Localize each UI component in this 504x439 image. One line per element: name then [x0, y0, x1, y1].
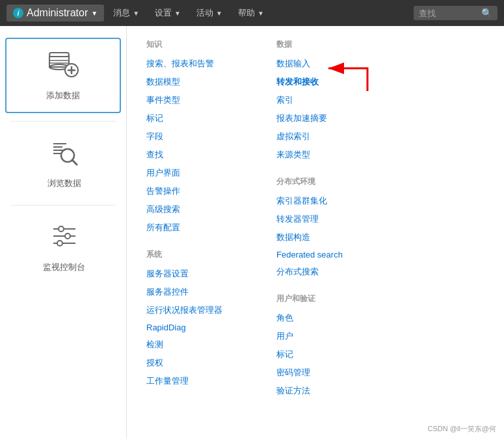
admin-chevron-icon: ▼: [91, 10, 98, 17]
menu-link-indexes[interactable]: 索引: [276, 94, 367, 106]
menu-link-federated-search[interactable]: Federated search: [276, 250, 367, 259]
search-icon: 🔍: [481, 8, 492, 18]
sidebar-separator-2: [10, 205, 116, 206]
main-content: 添加数据 浏览数据: [0, 26, 504, 439]
watermark: CSDN @ll一笑东@何: [428, 424, 496, 434]
sidebar-item-browse-data[interactable]: 浏览数据: [0, 124, 126, 202]
menu-section-distributed: 分布式环境 索引器群集化 转发器管理 数据构造 Federated search…: [276, 176, 367, 278]
data-title: 数据: [276, 39, 367, 50]
menu-link-ui[interactable]: 用户界面: [146, 167, 237, 179]
menu-link-server-controls[interactable]: 服务器控件: [146, 286, 237, 298]
messages-chevron-icon: ▼: [133, 10, 139, 17]
menu-link-tokens[interactable]: 标记: [276, 349, 367, 360]
menu-link-source-types[interactable]: 来源类型: [276, 149, 367, 161]
menu-link-alert-actions[interactable]: 告警操作: [146, 185, 237, 197]
nav-messages[interactable]: 消息 ▼: [107, 5, 146, 21]
system-title: 系统: [146, 249, 237, 260]
menu-link-password-management[interactable]: 密码管理: [276, 367, 367, 379]
menu-link-instrumentation[interactable]: 检测: [146, 339, 237, 351]
menu-link-event-types[interactable]: 事件类型: [146, 94, 237, 106]
activity-label: 活动: [196, 7, 213, 19]
nav-settings[interactable]: 设置 ▼: [148, 5, 187, 21]
menu-link-advanced-search[interactable]: 高级搜索: [146, 204, 237, 215]
activity-chevron-icon: ▼: [216, 10, 222, 17]
settings-chevron-icon: ▼: [174, 10, 181, 17]
menu-link-data-input[interactable]: 数据输入: [276, 58, 367, 70]
menu-link-virtual-indexes[interactable]: 虚拟索引: [276, 131, 367, 142]
svg-point-15: [59, 226, 64, 232]
menu-link-indexer-clustering[interactable]: 索引器群集化: [276, 195, 367, 207]
sidebar-separator-1: [10, 121, 116, 122]
menu-link-data-models[interactable]: 数据模型: [146, 76, 237, 88]
menu-link-roles[interactable]: 角色: [276, 312, 367, 324]
knowledge-title: 知识: [146, 39, 237, 50]
menu-link-lookup[interactable]: 查找: [146, 149, 237, 161]
menu-link-licensing[interactable]: 授权: [146, 357, 237, 369]
svg-line-13: [72, 160, 77, 165]
menu-column-left: 知识 搜索、报表和告警 数据模型 事件类型 标记 字段 查找 用户界面 告警操作…: [146, 39, 237, 426]
sidebar-item-monitor[interactable]: 监视控制台: [0, 208, 126, 286]
dropdown-menu: 知识 搜索、报表和告警 数据模型 事件类型 标记 字段 查找 用户界面 告警操作…: [127, 26, 504, 439]
menu-section-knowledge: 知识 搜索、报表和告警 数据模型 事件类型 标记 字段 查找 用户界面 告警操作…: [146, 39, 237, 233]
menu-link-fields[interactable]: 字段: [146, 131, 237, 142]
monitor-icon: [48, 221, 81, 256]
browse-data-icon: [48, 137, 81, 172]
menu-section-data: 数据 数据输入 转发和接收 索引 报表加速摘要 虚拟索引 来源类型: [276, 39, 367, 161]
search-box[interactable]: 🔍: [414, 6, 497, 20]
admin-label: Administrator: [27, 7, 88, 19]
menu-link-forwarding[interactable]: 转发和接收: [276, 76, 367, 88]
menu-link-all-config[interactable]: 所有配置: [146, 222, 237, 233]
add-data-label: 添加数据: [46, 90, 80, 101]
monitor-label: 监视控制台: [43, 261, 85, 273]
menu-link-forwarder-management[interactable]: 转发器管理: [276, 213, 367, 225]
distributed-title: 分布式环境: [276, 176, 367, 187]
menu-link-search-reports[interactable]: 搜索、报表和告警: [146, 58, 237, 70]
sidebar: 添加数据 浏览数据: [0, 26, 127, 439]
menu-section-system: 系统 服务器设置 服务器控件 运行状况报表管理器 RapidDiag 检测 授权…: [146, 249, 237, 387]
search-input[interactable]: [419, 8, 477, 18]
nav-activity[interactable]: 活动 ▼: [190, 5, 229, 21]
menu-link-rapid-diag[interactable]: RapidDiag: [146, 323, 237, 332]
messages-label: 消息: [113, 7, 130, 19]
settings-label: 设置: [155, 7, 172, 19]
svg-point-17: [65, 233, 70, 239]
sidebar-item-add-data[interactable]: 添加数据: [5, 38, 121, 113]
help-chevron-icon: ▼: [258, 10, 264, 17]
menu-column-right: 数据 数据输入 转发和接收 索引 报表加速摘要 虚拟索引 来源类型 分布式环境 …: [276, 39, 367, 426]
nav-help[interactable]: 帮助 ▼: [232, 5, 271, 21]
menu-link-distributed-search[interactable]: 分布式搜索: [276, 266, 367, 278]
menu-link-report-acceleration[interactable]: 报表加速摘要: [276, 113, 367, 124]
info-icon: i: [13, 8, 23, 18]
menu-link-users[interactable]: 用户: [276, 330, 367, 342]
browse-data-label: 浏览数据: [47, 178, 81, 189]
user-auth-title: 用户和验证: [276, 293, 367, 304]
svg-point-19: [57, 241, 62, 246]
add-data-icon: [47, 49, 79, 85]
menu-link-tags[interactable]: 标记: [146, 113, 237, 124]
menu-section-user-auth: 用户和验证 角色 用户 标记 密码管理 验证方法: [276, 293, 367, 397]
admin-menu[interactable]: i Administrator ▼: [7, 5, 104, 21]
navbar: i Administrator ▼ 消息 ▼ 设置 ▼ 活动 ▼ 帮助 ▼ 🔍: [0, 0, 504, 26]
menu-link-auth-methods[interactable]: 验证方法: [276, 385, 367, 397]
menu-link-health-report[interactable]: 运行状况报表管理器: [146, 304, 237, 316]
menu-link-server-settings[interactable]: 服务器设置: [146, 268, 237, 280]
menu-link-data-fabric[interactable]: 数据构造: [276, 232, 367, 243]
help-label: 帮助: [238, 7, 255, 19]
menu-link-workload[interactable]: 工作量管理: [146, 375, 237, 387]
